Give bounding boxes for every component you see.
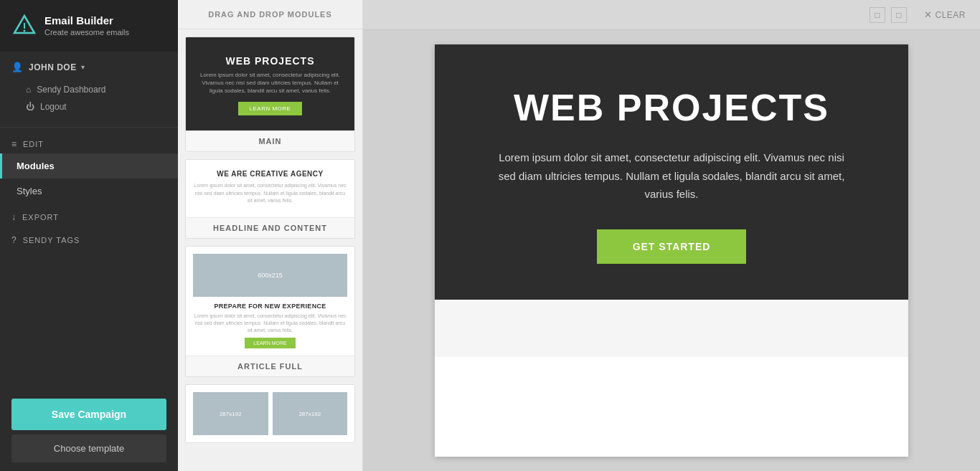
user-name: JOHN DOE bbox=[29, 62, 77, 72]
logout-icon: ⏻ bbox=[26, 102, 34, 112]
edit-section-header: ≡ EDIT bbox=[0, 130, 178, 153]
export-icon: ↓ bbox=[11, 212, 17, 222]
sidebar-item-styles[interactable]: Styles bbox=[0, 179, 178, 204]
module-card-headline[interactable]: WE ARE CREATIVE AGENCY Lorem ipsum dolor… bbox=[185, 159, 355, 239]
logout-link[interactable]: ⏻ Logout bbox=[26, 98, 166, 115]
module-headline-desc: Lorem ipsum dolor sit amet, consectetur … bbox=[193, 182, 347, 205]
sendy-dashboard-label: Sendy Dashboard bbox=[37, 85, 105, 95]
module-main-btn[interactable]: LEARN MORE bbox=[238, 102, 303, 115]
hero-description: Lorem ipsum dolor sit amet, consectetur … bbox=[492, 148, 851, 204]
modules-label: Modules bbox=[17, 161, 55, 171]
clear-label: CLEAR bbox=[935, 10, 966, 20]
logout-label: Logout bbox=[40, 102, 67, 112]
module-main-desc: Lorem ipsum dolor sit amet, consectetur … bbox=[197, 71, 343, 95]
email-hero-block: WEB PROJECTS Lorem ipsum dolor sit amet,… bbox=[435, 44, 908, 300]
module-preview-headline: WE ARE CREATIVE AGENCY Lorem ipsum dolor… bbox=[186, 160, 354, 217]
email-canvas: WEB PROJECTS Lorem ipsum dolor sit amet,… bbox=[435, 44, 908, 457]
drag-drop-header: DRAG AND DROP MODULES bbox=[178, 0, 362, 29]
module-preview-two-col: 287x192 287x192 bbox=[186, 385, 354, 442]
view-desktop-button[interactable]: □ bbox=[891, 7, 907, 23]
email-light-block bbox=[435, 300, 908, 357]
sendy-dashboard-link[interactable]: ⌂ Sendy Dashboard bbox=[26, 81, 166, 98]
canvas-scroll[interactable]: WEB PROJECTS Lorem ipsum dolor sit amet,… bbox=[363, 30, 980, 471]
edit-label: EDIT bbox=[23, 140, 44, 148]
module-article-desc: Lorem ipsum dolor sit amet, consectetur … bbox=[193, 313, 347, 333]
app-subtitle: Create awesome emails bbox=[44, 27, 129, 37]
user-menu[interactable]: 👤 JOHN DOE ▾ bbox=[0, 52, 178, 78]
user-icon: 👤 bbox=[11, 62, 23, 72]
hero-title: WEB PROJECTS bbox=[514, 87, 829, 128]
sidebar-nav-links: ⌂ Sendy Dashboard ⏻ Logout bbox=[0, 78, 178, 124]
modules-panel: DRAG AND DROP MODULES WEB PROJECTS Lorem… bbox=[178, 0, 363, 471]
sendy-tags-label: SENDY TAGS bbox=[23, 236, 80, 244]
module-card-article[interactable]: 600x215 PREPARE FOR NEW EXPERIENCE Lorem… bbox=[185, 246, 355, 377]
app-title: Email Builder bbox=[44, 14, 129, 27]
sidebar-header: Email Builder Create awesome emails bbox=[0, 0, 178, 52]
sidebar-title-block: Email Builder Create awesome emails bbox=[44, 14, 129, 37]
export-label: EXPORT bbox=[22, 213, 59, 222]
hero-cta-button[interactable]: GET STARTED bbox=[597, 229, 747, 264]
module-main-label: MAIN bbox=[186, 130, 354, 151]
module-headline-title: WE ARE CREATIVE AGENCY bbox=[193, 170, 347, 178]
styles-label: Styles bbox=[17, 186, 42, 196]
module-article-label: ARTICLE FULL bbox=[186, 356, 354, 376]
sidebar-spacer bbox=[0, 249, 178, 393]
col2-placeholder: 287x192 bbox=[273, 392, 348, 435]
module-article-title: PREPARE FOR NEW EXPERIENCE bbox=[193, 303, 347, 310]
edit-icon: ≡ bbox=[11, 139, 17, 149]
canvas-area: □ □ ✕ CLEAR WEB PROJECTS Lorem ipsum dol… bbox=[363, 0, 980, 471]
svg-point-2 bbox=[24, 30, 26, 32]
module-preview-main: WEB PROJECTS Lorem ipsum dolor sit amet,… bbox=[186, 37, 354, 130]
export-section-header[interactable]: ↓ EXPORT bbox=[0, 204, 178, 227]
chevron-down-icon: ▾ bbox=[81, 63, 85, 71]
sendy-tags-section-header[interactable]: ? SENDY TAGS bbox=[0, 227, 178, 249]
sidebar-divider bbox=[0, 127, 178, 128]
sidebar-item-modules[interactable]: Modules bbox=[0, 153, 178, 179]
module-main-title: WEB PROJECTS bbox=[225, 55, 314, 67]
clear-icon: ✕ bbox=[924, 9, 933, 20]
module-article-btn[interactable]: LEARN MORE bbox=[245, 338, 295, 348]
module-card-main[interactable]: WEB PROJECTS Lorem ipsum dolor sit amet,… bbox=[185, 37, 355, 152]
view-mobile-button[interactable]: □ bbox=[870, 7, 885, 23]
module-card-two-col[interactable]: 287x192 287x192 bbox=[185, 384, 355, 443]
sendy-tags-icon: ? bbox=[11, 235, 17, 245]
module-headline-label: HEADLINE AND CONTENT bbox=[186, 217, 354, 238]
col1-placeholder: 287x192 bbox=[193, 392, 268, 435]
article-img-placeholder: 600x215 bbox=[193, 254, 347, 297]
clear-button[interactable]: ✕ CLEAR bbox=[924, 9, 966, 20]
home-icon: ⌂ bbox=[26, 85, 31, 95]
canvas-toolbar: □ □ ✕ CLEAR bbox=[363, 0, 980, 30]
module-preview-article: 600x215 PREPARE FOR NEW EXPERIENCE Lorem… bbox=[186, 247, 354, 356]
sidebar: Email Builder Create awesome emails 👤 JO… bbox=[0, 0, 178, 471]
save-campaign-button[interactable]: Save Campaign bbox=[11, 399, 166, 430]
choose-template-button[interactable]: Choose template bbox=[11, 434, 166, 462]
logo-icon bbox=[11, 13, 37, 39]
